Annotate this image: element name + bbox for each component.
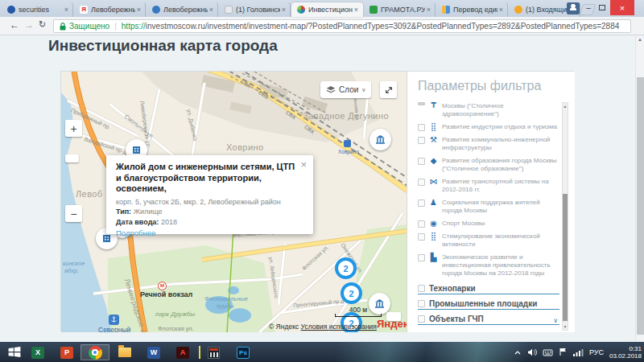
tab-securities[interactable]: securities ×	[2, 2, 73, 17]
tray-expand-icon[interactable]	[514, 349, 522, 356]
yandex-map[interactable]: Западное Дегунино Ховрино Левоб кинское …	[61, 72, 407, 332]
back-icon[interactable]: ←	[10, 19, 19, 31]
layers-icon	[326, 85, 336, 94]
filter-scrollbar[interactable]: ▲ ▼	[562, 102, 568, 331]
tab-golovinsko[interactable]: (1) Головинско ×	[219, 2, 291, 17]
filter-item[interactable]: ⋈ Развитие транспортной системы на 2012-…	[418, 178, 559, 194]
zoom-out-button[interactable]: −	[65, 205, 82, 222]
layers-button[interactable]: Слои ∨	[320, 81, 371, 98]
filter-section-industrial[interactable]: Промышленные площадки	[418, 298, 559, 310]
ruler-tool-button[interactable]	[65, 154, 79, 162]
terms-link[interactable]: Условия использования	[301, 323, 377, 331]
checkbox[interactable]	[418, 233, 425, 241]
filter-section-tpu[interactable]: ТПУ	[418, 328, 559, 331]
tab-close-icon[interactable]: ×	[354, 6, 358, 14]
file-explorer-icon[interactable]	[113, 344, 137, 360]
touch-keyboard-icon[interactable]	[543, 348, 553, 356]
map-marker-bank[interactable]	[369, 129, 391, 150]
railway-station-icon[interactable]	[344, 140, 351, 147]
filter-item-label: Стимулирование экономической активности	[442, 232, 559, 249]
reload-icon[interactable]: ↻	[39, 19, 46, 30]
scroll-up-icon[interactable]: ▲	[636, 37, 644, 42]
investmoscow-favicon	[297, 6, 305, 14]
action-center-flag-icon[interactable]	[559, 348, 568, 356]
cluster-marker[interactable]: 2	[335, 257, 357, 279]
fullscreen-button[interactable]	[380, 81, 397, 98]
tab-close-icon[interactable]: ×	[64, 6, 68, 14]
layers-label: Слои	[339, 85, 358, 94]
taskbar-clock[interactable]: 0:31 03.02.2018	[609, 345, 642, 360]
photoshop-icon[interactable]: Ps	[231, 344, 255, 360]
checkbox[interactable]	[418, 158, 425, 165]
tab-close-icon[interactable]: ×	[137, 6, 141, 14]
start-button[interactable]	[6, 345, 23, 359]
acrobat-icon[interactable]: A	[171, 344, 195, 360]
balloon-subtitle: корп. 5, участок 2Б, мкр. 2, Левобережны…	[116, 198, 303, 206]
filter-item[interactable]: ╋ Москвы ("Столичное здравоохранение")	[418, 102, 559, 118]
scroll-up-icon[interactable]: ▲	[563, 104, 568, 109]
harbor-icon[interactable]	[109, 315, 119, 325]
cluster-marker[interactable]: 2	[341, 282, 362, 304]
site-favicon	[152, 6, 160, 14]
checkbox[interactable]	[418, 285, 425, 292]
tab-close-icon[interactable]: ×	[499, 6, 503, 14]
checkbox[interactable]	[418, 300, 425, 307]
checkbox[interactable]	[418, 315, 425, 323]
filter-item[interactable]: ▙ Экономическое развитие и инвестиционна…	[418, 253, 559, 278]
tab-levoberezhny-1[interactable]: Я Левобережны ×	[74, 2, 146, 17]
calendar-app-icon[interactable]	[201, 344, 225, 360]
checkbox[interactable]	[418, 179, 425, 186]
chevron-down-icon[interactable]: ∨	[553, 317, 558, 324]
checkbox[interactable]	[418, 200, 425, 207]
tab-investmoscow-active[interactable]: Инвестиционн ×	[291, 2, 363, 17]
forward-icon[interactable]: →	[24, 19, 34, 31]
filter-item[interactable]: ◆ Развитие образования города Москвы ("С…	[418, 157, 559, 173]
filter-section-technoparks[interactable]: Технопарки	[418, 282, 559, 294]
powerpoint-icon[interactable]: P	[55, 344, 79, 360]
tab-close-icon[interactable]: ×	[282, 6, 286, 14]
filter-item[interactable]: ⣿ Развитие индустрии отдыха и туризма	[418, 123, 559, 131]
factory-icon: ▙	[428, 253, 439, 278]
window-maximize-button[interactable]	[597, 0, 608, 15]
address-bar[interactable]: Защищено | https://investmoscow.ru/inves…	[53, 19, 631, 33]
scrollbar-thumb[interactable]	[563, 194, 568, 321]
tab-levoberezhny-2[interactable]: Левобережны ×	[147, 2, 218, 17]
checkbox[interactable]	[418, 137, 425, 144]
balloon-close-icon[interactable]: ×	[300, 158, 307, 171]
tab-unit-conversion[interactable]: Перевод едини ×	[436, 2, 508, 17]
balloon-details-link[interactable]: Подробнее	[116, 228, 303, 237]
tab-close-icon[interactable]: ×	[427, 6, 431, 14]
checkbox[interactable]	[418, 254, 425, 261]
volume-icon[interactable]	[527, 348, 537, 356]
window-close-button[interactable]: ×	[610, 0, 634, 15]
tab-label: securities	[19, 6, 63, 14]
filter-panel: Параметры фильтра ╋ Москвы ("Столичное з…	[407, 72, 575, 332]
chrome-icon-active[interactable]	[80, 344, 109, 360]
profile-button[interactable]	[567, 2, 580, 14]
network-signal-icon[interactable]	[573, 348, 584, 356]
filter-item[interactable]: ⣿ Стимулирование экономической активност…	[418, 232, 559, 249]
yandex-logo[interactable]: Яндекс	[377, 318, 407, 330]
scrollbar-thumb[interactable]	[637, 77, 644, 335]
tab-label: Инвестиционн	[308, 6, 353, 14]
checkbox[interactable]	[418, 102, 425, 105]
language-indicator[interactable]: РУС	[589, 348, 604, 356]
section-label: Объекты ГЧП	[429, 315, 484, 323]
checkbox[interactable]	[418, 124, 425, 131]
metro-icon[interactable]: М	[158, 282, 167, 290]
checkbox[interactable]	[418, 220, 425, 228]
scroll-down-icon[interactable]: ▼	[563, 324, 568, 329]
filter-item-label: Развитие индустрии отдыха и туризма	[442, 123, 559, 131]
excel-icon[interactable]: X	[26, 344, 50, 360]
filter-item[interactable]: ♟ Социальная поддержка жителей города Мо…	[418, 199, 559, 215]
filter-section-gchp[interactable]: Объекты ГЧП ∨	[418, 313, 559, 325]
filter-item[interactable]: ◉ Спорт Москвы	[418, 220, 559, 228]
pond-label: пруды	[217, 302, 233, 310]
window-minimize-button[interactable]: –	[583, 0, 594, 15]
page-scrollbar[interactable]: ▲	[635, 35, 644, 342]
zoom-in-button[interactable]: +	[65, 120, 82, 137]
filter-item[interactable]: ⚒ Развитие коммунально-инженерной инфрас…	[418, 136, 559, 152]
word-icon[interactable]: W	[142, 344, 166, 360]
tab-close-icon[interactable]: ×	[209, 6, 213, 14]
tab-gramota[interactable]: ГРАМОТА.РУ – ×	[364, 2, 436, 17]
